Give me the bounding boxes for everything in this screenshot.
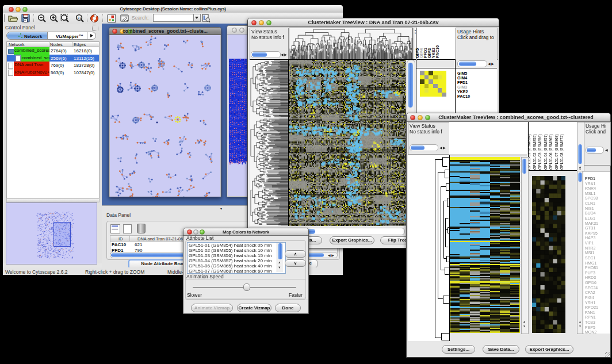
svg-text:1:1: 1:1 bbox=[77, 16, 82, 20]
